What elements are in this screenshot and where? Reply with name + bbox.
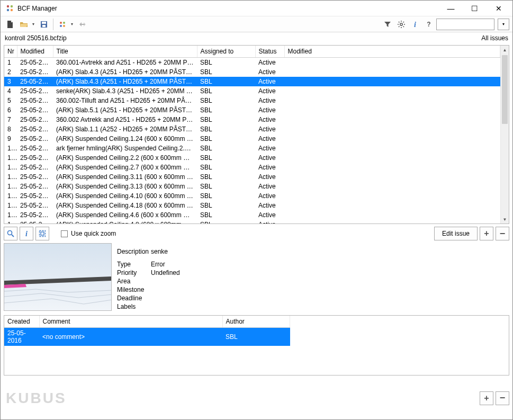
svg-rect-5 [42, 22, 46, 24]
table-row[interactable]: 325-05-2016(ARK) Slab.4.3 (A251 - HD265 … [4, 77, 500, 86]
window-title: BCF Manager [17, 5, 439, 12]
svg-line-15 [12, 235, 14, 237]
issues-panel: Nr Modified Title Assigned to Status Mod… [4, 45, 509, 224]
comments-table[interactable]: Created Comment Author 25-05-2016<no com… [4, 316, 290, 346]
edit-issue-button[interactable]: Edit issue [434, 227, 478, 240]
scroll-up-icon[interactable]: ▲ [501, 46, 509, 54]
search-input[interactable] [436, 19, 494, 30]
col-title[interactable]: Title [53, 46, 197, 58]
minimize-button[interactable]: — [439, 1, 463, 16]
field-priority-value: Undefined [151, 269, 180, 276]
remove-comment-button[interactable]: − [496, 391, 509, 405]
table-row[interactable]: 1225-05-2016(ARK) Suspended Ceiling.2.7 … [4, 163, 500, 172]
help-button[interactable]: ? [422, 18, 435, 31]
table-row[interactable]: 25-05-2016<no comment>SBL [4, 328, 290, 346]
table-row[interactable]: 1525-05-2016(ARK) Suspended Ceiling.4.10… [4, 191, 500, 201]
col-modified2[interactable]: Modified [284, 46, 500, 58]
info-issue-button[interactable]: i [20, 227, 33, 240]
add-issue-button[interactable]: + [480, 227, 493, 240]
table-row[interactable]: 1425-05-2016(ARK) Suspended Ceiling.3.13… [4, 182, 500, 191]
field-milestone-label: Milestone [117, 286, 151, 293]
svg-rect-6 [42, 25, 46, 27]
col-comment[interactable]: Comment [39, 316, 222, 328]
svg-text:i: i [414, 21, 416, 29]
col-assigned[interactable]: Assigned to [197, 46, 255, 58]
field-description-value: senke [151, 248, 168, 255]
table-row[interactable]: 625-05-2016(ARK) Slab.5.1 (A251 - HD265 … [4, 105, 500, 115]
svg-point-7 [60, 22, 62, 24]
table-row[interactable]: 1825-05-2016(ARK) Suspended Ceiling.4.8 … [4, 220, 500, 224]
table-row[interactable]: 125-05-2016360.001-Avtrekk and A251 - HD… [4, 58, 500, 68]
issue-thumbnail[interactable] [4, 243, 112, 311]
use-quick-zoom-checkbox[interactable]: Use quick zoom [61, 230, 116, 237]
open-file-caret[interactable]: ▾ [30, 18, 37, 31]
svg-point-14 [8, 231, 12, 235]
add-comment-button[interactable]: + [480, 391, 493, 405]
table-row[interactable]: 1125-05-2016(ARK) Suspended Ceiling.2.2 … [4, 153, 500, 163]
new-file-button[interactable] [4, 18, 16, 31]
table-row[interactable]: 425-05-2016senke(ARK) Slab.4.3 (A251 - H… [4, 86, 500, 96]
info-button[interactable]: i [409, 18, 421, 31]
svg-marker-19 [4, 276, 112, 285]
svg-point-8 [63, 22, 65, 24]
settings-button[interactable] [395, 18, 408, 31]
svg-point-11 [400, 23, 402, 25]
table-row[interactable]: 1725-05-2016(ARK) Suspended Ceiling.4.6 … [4, 210, 500, 220]
table-row[interactable]: 1625-05-2016(ARK) Suspended Ceiling.4.18… [4, 201, 500, 210]
comments-panel: Created Comment Author 25-05-2016<no com… [4, 315, 509, 376]
bcf-topics-button[interactable]: ▾ [56, 18, 75, 31]
save-button[interactable] [38, 18, 50, 31]
filter-label: All issues [481, 34, 508, 42]
table-row[interactable]: 225-05-2016(ARK) Slab.4.3 (A251 - HD265 … [4, 67, 500, 77]
table-row[interactable]: 1025-05-2016ark fjerner hmling(ARK) Susp… [4, 144, 500, 153]
close-button[interactable]: ✕ [487, 1, 510, 16]
issues-table[interactable]: Nr Modified Title Assigned to Status Mod… [4, 46, 500, 224]
field-area-label: Area [117, 278, 151, 285]
remove-issue-button[interactable]: − [496, 227, 509, 240]
fit-view-button[interactable] [35, 227, 49, 240]
filter-button[interactable] [381, 18, 394, 31]
issues-scrollbar[interactable]: ▲ ▼ [500, 46, 509, 224]
svg-point-10 [63, 25, 65, 27]
kubus-logo: KUBUS [6, 390, 67, 407]
sync-button[interactable] [76, 18, 89, 31]
midbar: i Use quick zoom Edit issue + − [1, 225, 512, 242]
field-type-value: Error [151, 261, 165, 268]
search-dropdown[interactable]: ▾ [498, 19, 509, 30]
field-description-label: Description [117, 248, 151, 255]
zoom-button[interactable] [4, 227, 17, 240]
field-priority-label: Priority [117, 269, 151, 276]
open-file-name: kontroll 250516.bcfzip [5, 34, 481, 42]
col-author[interactable]: Author [222, 316, 290, 328]
table-row[interactable]: 725-05-2016360.002 Avtrekk and A251 - HD… [4, 115, 500, 124]
use-quick-zoom-label: Use quick zoom [71, 230, 116, 237]
col-status[interactable]: Status [255, 46, 284, 58]
table-row[interactable]: 525-05-2016360.002-Tilluft and A251 - HD… [4, 96, 500, 105]
maximize-button[interactable]: ☐ [463, 1, 487, 16]
table-row[interactable]: 1325-05-2016(ARK) Suspended Ceiling.3.11… [4, 172, 500, 182]
svg-point-2 [7, 8, 9, 11]
col-created[interactable]: Created [4, 316, 39, 328]
svg-point-1 [11, 5, 13, 7]
svg-rect-17 [40, 231, 46, 237]
table-row[interactable]: 925-05-2016(ARK) Suspended Ceiling.1.24 … [4, 134, 500, 144]
svg-point-0 [7, 5, 9, 7]
scroll-down-icon[interactable]: ▼ [501, 215, 509, 224]
table-row[interactable]: 825-05-2016(ARK) Slab.1.1 (A252 - HD265 … [4, 124, 500, 134]
svg-point-9 [60, 25, 62, 27]
field-labels-label: Labels [117, 303, 151, 310]
svg-text:?: ? [427, 21, 430, 28]
svg-point-3 [11, 8, 13, 11]
bcf-topics-caret[interactable]: ▾ [69, 18, 75, 31]
open-file-button[interactable]: ▾ [17, 18, 37, 31]
detail-panel: Descriptionsenke TypeError PriorityUndef… [4, 243, 509, 311]
filebar: kontroll 250516.bcfzip All issues [1, 32, 512, 44]
scroll-thumb[interactable] [502, 55, 508, 124]
svg-text:i: i [25, 230, 28, 238]
toolbar: ▾ ▾ i ? ▾ [1, 16, 512, 32]
field-type-label: Type [117, 261, 151, 268]
svg-rect-18 [41, 232, 44, 235]
col-nr[interactable]: Nr [4, 46, 17, 58]
col-modified[interactable]: Modified [17, 46, 53, 58]
titlebar: BCF Manager — ☐ ✕ [1, 1, 512, 16]
